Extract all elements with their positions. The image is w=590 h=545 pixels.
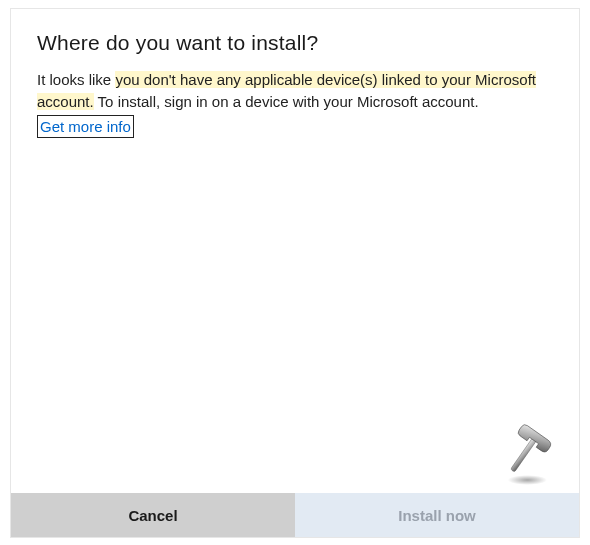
dialog-content: Where do you want to install? It looks l… — [11, 9, 579, 493]
cancel-button[interactable]: Cancel — [11, 493, 295, 537]
link-focus-ring: Get more info — [37, 115, 134, 139]
dialog-buttons: Cancel Install now — [11, 493, 579, 537]
message-suffix: To install, sign in on a device with you… — [94, 93, 479, 110]
dialog-title: Where do you want to install? — [37, 31, 553, 55]
get-more-info-link[interactable]: Get more info — [40, 118, 131, 135]
dialog-message: It looks like you don't have any applica… — [37, 69, 553, 138]
install-dialog: Where do you want to install? It looks l… — [10, 8, 580, 538]
install-now-button: Install now — [295, 493, 579, 537]
message-prefix: It looks like — [37, 71, 115, 88]
